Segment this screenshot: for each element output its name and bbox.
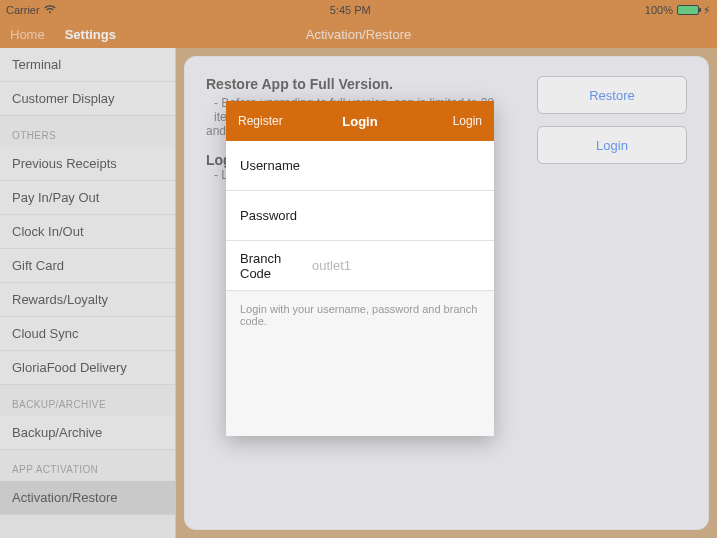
sidebar-header-app-activation: APP ACTIVATION <box>0 450 175 481</box>
charging-icon: ⚡︎ <box>703 4 711 17</box>
sidebar: Terminal Customer Display OTHERS Previou… <box>0 48 176 538</box>
restore-button[interactable]: Restore <box>537 76 687 114</box>
carrier-label: Carrier <box>6 4 40 16</box>
sidebar-header-others: OTHERS <box>0 116 175 147</box>
register-button[interactable]: Register <box>238 114 283 128</box>
sidebar-item-rewards-loyalty[interactable]: Rewards/Loyalty <box>0 283 175 317</box>
battery-icon <box>677 5 699 15</box>
settings-title: Settings <box>65 27 116 42</box>
login-modal: Register Login Login Username Password B… <box>226 101 494 436</box>
username-field-row: Username <box>226 141 494 191</box>
password-label: Password <box>240 208 302 223</box>
sidebar-item-customer-display[interactable]: Customer Display <box>0 82 175 116</box>
wifi-icon <box>44 4 56 16</box>
sidebar-item-cloud-sync[interactable]: Cloud Sync <box>0 317 175 351</box>
branch-field-row: Branch Code <box>226 241 494 291</box>
restore-title: Restore App to Full Version. <box>206 76 525 92</box>
login-hint: Login with your username, password and b… <box>226 291 494 436</box>
sidebar-item-pay-in-out[interactable]: Pay In/Pay Out <box>0 181 175 215</box>
top-bar: Home Settings Activation/Restore <box>0 20 717 48</box>
status-bar: Carrier 5:45 PM 100% ⚡︎ <box>0 0 717 20</box>
sidebar-item-gloriafood[interactable]: GloriaFood Delivery <box>0 351 175 385</box>
username-input[interactable] <box>312 158 480 173</box>
username-label: Username <box>240 158 302 173</box>
modal-login-button[interactable]: Login <box>453 114 482 128</box>
sidebar-item-previous-receipts[interactable]: Previous Receipts <box>0 147 175 181</box>
sidebar-item-activation-restore[interactable]: Activation/Restore <box>0 481 175 515</box>
sidebar-item-terminal[interactable]: Terminal <box>0 48 175 82</box>
branch-label: Branch Code <box>240 251 302 281</box>
password-input[interactable] <box>312 208 480 223</box>
sidebar-item-clock-in-out[interactable]: Clock In/Out <box>0 215 175 249</box>
sidebar-header-backup: BACKUP/ARCHIVE <box>0 385 175 416</box>
battery-pct: 100% <box>645 4 673 16</box>
password-field-row: Password <box>226 191 494 241</box>
login-button[interactable]: Login <box>537 126 687 164</box>
sidebar-item-gift-card[interactable]: Gift Card <box>0 249 175 283</box>
status-time: 5:45 PM <box>330 4 371 16</box>
branch-input[interactable] <box>312 258 480 273</box>
sidebar-item-backup-archive[interactable]: Backup/Archive <box>0 416 175 450</box>
home-button[interactable]: Home <box>10 27 45 42</box>
